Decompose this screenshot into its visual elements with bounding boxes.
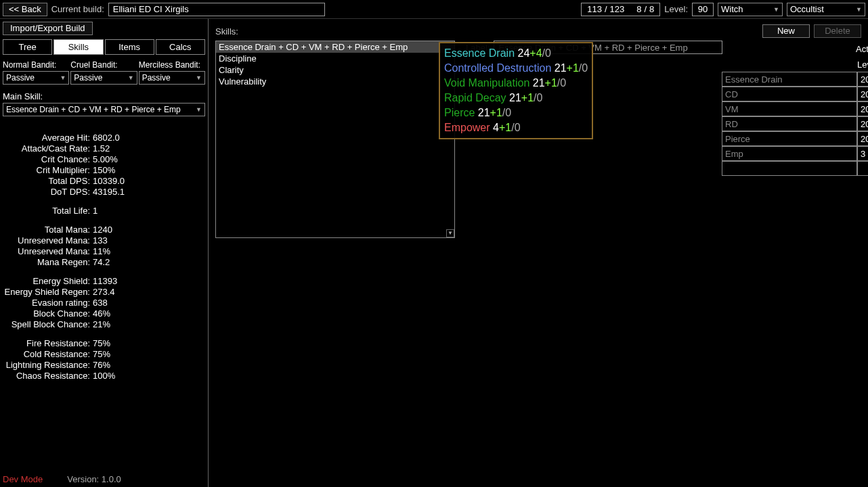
tooltip-line: Essence Drain 24+4/0 (444, 46, 588, 61)
merciless-bandit-select[interactable]: Passive (139, 71, 205, 85)
top-bar: << Back Current build: 113 / 123 8 / 8 L… (0, 0, 868, 19)
skill-list-item[interactable]: Clarity (216, 64, 454, 76)
stat-line: Crit Multiplier:150% (3, 165, 205, 176)
stat-line: Unreserved Mana:133 (3, 235, 205, 246)
gem-row (722, 116, 868, 131)
stat-line: Chaos Resistance:100% (3, 371, 205, 381)
gem-tooltip: Essence Drain 24+4/0Controlled Destructi… (439, 42, 593, 139)
tab-calcs[interactable]: Calcs (156, 39, 205, 55)
main-skill-select[interactable]: Essence Drain + CD + VM + RD + Pierce + … (3, 103, 205, 116)
stat-line: Crit Chance:5.00% (3, 154, 205, 165)
stat-line: Total Life:1 (3, 206, 205, 216)
gem-name-input[interactable] (722, 116, 857, 131)
import-export-button[interactable]: Import/Export Build (3, 22, 93, 35)
gem-name-input[interactable] (722, 146, 857, 161)
dev-mode-label: Dev Mode (3, 474, 43, 484)
points-total: 123 (610, 4, 625, 14)
gem-name-input[interactable] (722, 87, 857, 101)
stats-block: Average Hit:6802.0Attack/Cast Rate:1.52C… (3, 133, 205, 381)
skill-list[interactable]: Essence Drain + CD + VM + RD + Pierce + … (215, 41, 455, 238)
gem-name-input[interactable] (722, 131, 857, 146)
new-skill-button[interactable]: New (762, 24, 810, 38)
gem-name-input[interactable] (722, 161, 857, 176)
gem-row (722, 161, 868, 176)
current-build-label: Current build: (51, 4, 104, 14)
gem-name-input[interactable] (722, 101, 857, 116)
tab-items[interactable]: Items (105, 39, 154, 55)
stat-line: Energy Shield:11393 (3, 276, 205, 287)
skill-list-item[interactable]: Essence Drain + CD + VM + RD + Pierce + … (216, 41, 454, 53)
points-box: 113 / 123 8 / 8 (581, 3, 660, 16)
delete-skill-button[interactable]: Delete (814, 24, 861, 38)
level-input[interactable] (692, 3, 714, 16)
tooltip-line: Rapid Decay 21+1/0 (444, 91, 588, 106)
level-column-header: Level: (857, 60, 868, 70)
active-label: Active: (856, 44, 868, 54)
merciless-bandit-label: Merciless Bandit: (139, 60, 205, 70)
tooltip-line: Pierce 21+1/0 (444, 106, 588, 120)
gem-row (722, 146, 868, 161)
class-select[interactable]: Witch (718, 3, 783, 16)
cruel-bandit-select[interactable]: Passive (70, 71, 137, 85)
stat-line: Mana Regen:74.2 (3, 257, 205, 268)
asc-points-used: 8 (636, 4, 641, 14)
stat-line: Energy Shield Regen:273.4 (3, 287, 205, 298)
points-used: 113 (587, 4, 602, 14)
gem-row (722, 72, 868, 87)
gem-level-input[interactable] (857, 87, 868, 101)
cruel-bandit-label: Cruel Bandit: (70, 60, 137, 70)
gem-name-input[interactable] (722, 72, 857, 87)
stat-line: Cold Resistance:75% (3, 349, 205, 360)
gem-level-input[interactable] (857, 131, 868, 146)
stat-line: Block Chance:46% (3, 308, 205, 319)
gem-level-input[interactable] (857, 116, 868, 131)
gem-level-input[interactable] (857, 146, 868, 161)
gem-row (722, 131, 868, 146)
tab-skills[interactable]: Skills (53, 39, 103, 55)
normal-bandit-select[interactable]: Passive (3, 71, 69, 85)
version-label: Version: 1.0.0 (67, 474, 121, 484)
gem-level-input[interactable] (857, 72, 868, 87)
skill-list-item[interactable]: Vulnerability (216, 76, 454, 87)
asc-points-total: 8 (649, 4, 654, 14)
build-name-input[interactable] (108, 3, 325, 16)
tab-tree[interactable]: Tree (3, 39, 52, 55)
stat-line: Evasion rating:638 (3, 298, 205, 308)
main-skill-label: Main Skill: (3, 91, 205, 101)
gem-row (722, 101, 868, 116)
normal-bandit-label: Normal Bandit: (3, 60, 69, 70)
stat-line: Unreserved Mana:11% (3, 246, 205, 257)
tooltip-line: Controlled Destruction 21+1/0 (444, 61, 588, 76)
stat-line: Total Mana:1240 (3, 225, 205, 235)
stat-line: Average Hit:6802.0 (3, 133, 205, 143)
scroll-down-icon[interactable]: ▼ (446, 229, 454, 237)
skills-header-label: Skills: (215, 26, 758, 37)
gem-level-input[interactable] (857, 161, 868, 176)
tooltip-line: Empower 4+1/0 (444, 120, 588, 135)
stat-line: Lightning Resistance:76% (3, 360, 205, 371)
skill-list-item[interactable]: Discipline (216, 53, 454, 64)
gem-level-input[interactable] (857, 101, 868, 116)
stat-line: Attack/Cast Rate:1.52 (3, 143, 205, 154)
stat-line: DoT DPS:43195.1 (3, 187, 205, 198)
sidebar: Import/Export Build Tree Skills Items Ca… (0, 19, 209, 487)
view-tabs: Tree Skills Items Calcs (3, 39, 205, 55)
stat-line: Total DPS:10339.0 (3, 176, 205, 187)
gem-table (722, 72, 868, 176)
gem-row (722, 87, 868, 101)
level-label: Level: (664, 4, 688, 14)
stat-line: Fire Resistance:75% (3, 338, 205, 349)
ascendancy-select[interactable]: Occultist (787, 3, 865, 16)
stat-line: Spell Block Chance:21% (3, 319, 205, 330)
back-button[interactable]: << Back (3, 3, 47, 16)
tooltip-line: Void Manipulation 21+1/0 (444, 76, 588, 91)
